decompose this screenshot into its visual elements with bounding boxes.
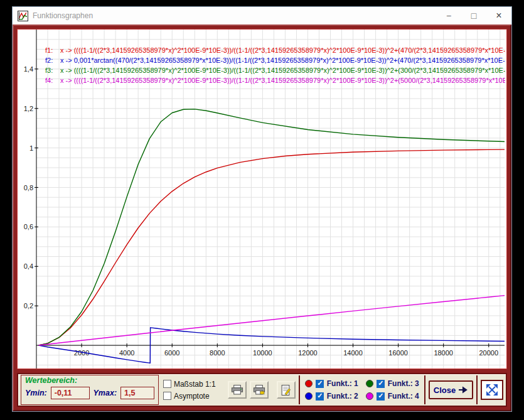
funkt3-color-dot — [366, 380, 373, 387]
svg-text:14000: 14000 — [343, 349, 363, 357]
funkt4-item[interactable]: Funkt.: 4 — [366, 392, 419, 401]
funkt1-checkbox[interactable] — [316, 380, 324, 388]
app-window: Funktionsgraphen − □ × 20004000600080001… — [12, 6, 512, 412]
massstab-label: Maßstab 1:1 — [174, 380, 216, 389]
printer-export-icon — [253, 385, 265, 395]
funkt2-item[interactable]: Funkt.: 2 — [305, 392, 358, 401]
close-button[interactable]: Close — [429, 380, 473, 399]
asymptote-label: Asymptote — [174, 392, 210, 401]
minimize-icon[interactable]: − — [436, 7, 461, 24]
svg-text:20000: 20000 — [479, 349, 499, 357]
svg-text:0,8: 0,8 — [24, 184, 33, 191]
titlebar: Funktionsgraphen − □ × — [13, 7, 511, 24]
range-title: Wertebereich: — [25, 376, 154, 385]
ymax-label: Ymax: — [94, 389, 117, 397]
funkt1-color-dot — [305, 380, 313, 387]
asymptote-checkbox[interactable] — [163, 392, 171, 400]
funkt4-label: Funkt.: 4 — [388, 392, 419, 401]
control-panel: Wertebereich: Ymin: -0,11 Ymax: 1,5 Maßs… — [17, 373, 507, 407]
report-button[interactable] — [277, 381, 296, 399]
plot-panel: 2000400060008000100001200014000160001800… — [17, 29, 507, 369]
function-toggle-group: Funkt.: 1 Funkt.: 2 Funkt.: 3 — [303, 379, 421, 401]
svg-text:1,2: 1,2 — [24, 105, 33, 112]
function-graph-icon — [18, 11, 28, 21]
range-group: Wertebereich: Ymin: -0,11 Ymax: 1,5 — [21, 375, 159, 405]
svg-text:12000: 12000 — [298, 349, 318, 357]
funkt3-checkbox[interactable] — [377, 380, 385, 388]
option-massstab[interactable]: Maßstab 1:1 — [163, 380, 223, 389]
fullscreen-button[interactable] — [481, 380, 503, 400]
separator — [424, 375, 425, 404]
printer-icon — [231, 385, 243, 395]
svg-text:1: 1 — [29, 144, 33, 152]
print-export-button[interactable] — [250, 381, 269, 399]
close-window-icon[interactable]: × — [486, 7, 511, 24]
separator — [299, 375, 300, 404]
window-title: Funktionsgraphen — [33, 11, 436, 20]
funkt3-item[interactable]: Funkt.: 3 — [366, 379, 419, 388]
app-icon — [18, 11, 28, 21]
funkt4-color-dot — [366, 392, 373, 400]
function-toggle-col-1: Funkt.: 1 Funkt.: 2 — [305, 379, 358, 401]
arrow-right-icon — [459, 386, 468, 394]
function-toggle-col-2: Funkt.: 3 Funkt.: 4 — [366, 379, 419, 401]
maximize-icon[interactable]: □ — [461, 7, 486, 24]
svg-text:18000: 18000 — [434, 349, 453, 357]
expand-icon — [485, 383, 499, 397]
function-plot-canvas: 2000400060008000100001200014000160001800… — [18, 30, 506, 369]
svg-text:0,6: 0,6 — [24, 223, 33, 230]
print-button[interactable] — [228, 381, 247, 399]
ymax-field[interactable]: 1,5 — [120, 387, 154, 399]
option-asymptote[interactable]: Asymptote — [163, 392, 223, 401]
funkt1-label: Funkt.: 1 — [327, 379, 358, 388]
svg-text:6000: 6000 — [164, 349, 179, 357]
funkt4-checkbox[interactable] — [377, 392, 385, 401]
svg-text:16000: 16000 — [388, 349, 408, 357]
separator — [476, 375, 478, 404]
svg-text:0,4: 0,4 — [24, 262, 33, 270]
funkt2-label: Funkt.: 2 — [327, 392, 358, 401]
svg-text:1,4: 1,4 — [24, 65, 33, 73]
svg-text:10000: 10000 — [253, 349, 272, 357]
client-area: 2000400060008000100001200014000160001800… — [13, 24, 511, 411]
range-row: Ymin: -0,11 Ymax: 1,5 — [25, 387, 154, 399]
document-edit-icon — [281, 385, 291, 396]
options-group: Maßstab 1:1 Asymptote — [162, 380, 225, 401]
svg-text:4000: 4000 — [119, 349, 134, 357]
close-button-label: Close — [434, 385, 456, 395]
funkt3-label: Funkt.: 3 — [388, 379, 419, 388]
svg-text:8000: 8000 — [210, 349, 225, 357]
massstab-checkbox[interactable] — [163, 380, 171, 388]
funkt1-item[interactable]: Funkt.: 1 — [305, 379, 358, 388]
ymin-label: Ymin: — [25, 389, 47, 397]
ymin-field[interactable]: -0,11 — [51, 387, 90, 399]
funkt2-color-dot — [305, 392, 313, 400]
funkt2-checkbox[interactable] — [316, 392, 324, 401]
svg-text:0,2: 0,2 — [24, 302, 33, 310]
